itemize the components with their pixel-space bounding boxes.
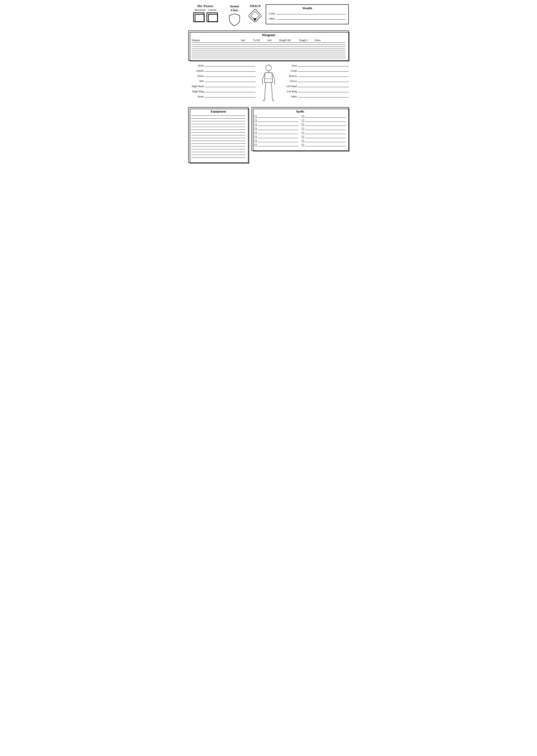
spell-line[interactable]: [258, 138, 298, 138]
weapon-cell[interactable]: [299, 54, 314, 56]
hp-maximum-box[interactable]: [193, 13, 204, 22]
weapon-cell[interactable]: [299, 45, 314, 47]
weapon-cell[interactable]: [279, 52, 299, 54]
spell-checkbox[interactable]: [302, 144, 304, 146]
spell-checkbox[interactable]: [255, 128, 257, 130]
spell-checkbox[interactable]: [302, 140, 304, 142]
weapon-cell[interactable]: [279, 43, 299, 45]
weapon-cell[interactable]: [314, 50, 345, 52]
weapon-cell[interactable]: [314, 48, 345, 50]
spell-line[interactable]: [305, 138, 346, 138]
spell-checkbox[interactable]: [302, 115, 304, 118]
spell-checkbox[interactable]: [255, 124, 257, 126]
weapon-cell[interactable]: [299, 50, 314, 52]
weapon-cell[interactable]: [299, 47, 314, 48]
table-row[interactable]: [192, 47, 345, 48]
slot-line[interactable]: [205, 71, 256, 72]
equipment-line[interactable]: [191, 149, 245, 149]
weapon-cell[interactable]: [279, 48, 299, 50]
weapon-cell[interactable]: [241, 50, 253, 52]
weapon-cell[interactable]: [253, 52, 267, 54]
weapon-cell[interactable]: [241, 45, 253, 47]
weapon-cell[interactable]: [267, 43, 279, 45]
weapon-cell[interactable]: [253, 43, 267, 45]
slot-line[interactable]: [298, 66, 349, 66]
weapon-cell[interactable]: [192, 43, 241, 45]
slot-line[interactable]: [298, 97, 349, 98]
weapon-cell[interactable]: [253, 45, 267, 47]
weapon-cell[interactable]: [299, 48, 314, 50]
weapon-cell[interactable]: [267, 48, 279, 50]
weapon-cell[interactable]: [299, 52, 314, 54]
spell-line[interactable]: [258, 126, 298, 126]
spell-checkbox[interactable]: [255, 132, 257, 134]
spell-line[interactable]: [258, 130, 298, 130]
spell-line[interactable]: [305, 146, 346, 146]
slot-line[interactable]: [205, 87, 256, 87]
slot-line[interactable]: [298, 87, 349, 87]
weapon-cell[interactable]: [314, 54, 345, 56]
equipment-line[interactable]: [191, 138, 245, 138]
spell-checkbox[interactable]: [302, 120, 304, 122]
weapon-cell[interactable]: [253, 50, 267, 52]
equipment-line[interactable]: [191, 127, 245, 127]
equipment-line[interactable]: [191, 132, 245, 133]
weapon-cell[interactable]: [241, 52, 253, 54]
equipment-line[interactable]: [191, 118, 245, 119]
weapon-cell[interactable]: [241, 54, 253, 56]
table-row[interactable]: [192, 52, 345, 54]
weapon-cell[interactable]: [314, 45, 345, 47]
weapon-cell[interactable]: [299, 43, 314, 45]
weapon-cell[interactable]: [279, 47, 299, 48]
weapon-cell[interactable]: [192, 52, 241, 54]
spell-checkbox[interactable]: [302, 128, 304, 130]
weapon-cell[interactable]: [279, 45, 299, 47]
weapon-cell[interactable]: [192, 48, 241, 50]
spell-checkbox[interactable]: [255, 136, 257, 138]
weapon-cell[interactable]: [192, 56, 241, 58]
weapon-cell[interactable]: [192, 45, 241, 47]
spell-checkbox[interactable]: [255, 140, 257, 142]
table-row[interactable]: [192, 50, 345, 52]
weapon-cell[interactable]: [241, 43, 253, 45]
spell-checkbox[interactable]: [255, 144, 257, 146]
slot-line[interactable]: [205, 97, 256, 98]
weapon-cell[interactable]: [279, 54, 299, 56]
weapon-cell[interactable]: [253, 56, 267, 58]
slot-line[interactable]: [205, 66, 256, 66]
weapon-cell[interactable]: [299, 56, 314, 58]
table-row[interactable]: [192, 54, 345, 56]
weapon-cell[interactable]: [241, 47, 253, 48]
weapon-cell[interactable]: [241, 48, 253, 50]
equipment-line[interactable]: [191, 155, 245, 155]
equipment-line[interactable]: [191, 152, 245, 152]
equipment-line[interactable]: [191, 115, 245, 116]
weapon-cell[interactable]: [192, 50, 241, 52]
weapon-cell[interactable]: [192, 47, 241, 48]
spell-checkbox[interactable]: [302, 124, 304, 126]
spell-checkbox[interactable]: [302, 132, 304, 134]
weapon-cell[interactable]: [253, 47, 267, 48]
slot-line[interactable]: [205, 82, 256, 82]
spell-checkbox[interactable]: [302, 136, 304, 138]
table-row[interactable]: [192, 48, 345, 50]
spell-line[interactable]: [305, 117, 346, 118]
weapon-cell[interactable]: [253, 48, 267, 50]
weapon-cell[interactable]: [314, 43, 345, 45]
spell-line[interactable]: [305, 130, 346, 130]
spell-line[interactable]: [305, 126, 346, 126]
equipment-line[interactable]: [191, 143, 245, 144]
weapon-cell[interactable]: [253, 54, 267, 56]
spell-line[interactable]: [258, 146, 298, 146]
equipment-line[interactable]: [191, 121, 245, 121]
weapon-cell[interactable]: [267, 56, 279, 58]
slot-line[interactable]: [298, 71, 349, 72]
weapon-cell[interactable]: [267, 54, 279, 56]
table-row[interactable]: [192, 43, 345, 45]
equipment-line[interactable]: [191, 124, 245, 124]
spell-checkbox[interactable]: [255, 120, 257, 122]
table-row[interactable]: [192, 45, 345, 47]
equipment-line[interactable]: [191, 157, 245, 158]
spell-checkbox[interactable]: [255, 115, 257, 118]
weapon-cell[interactable]: [267, 47, 279, 48]
